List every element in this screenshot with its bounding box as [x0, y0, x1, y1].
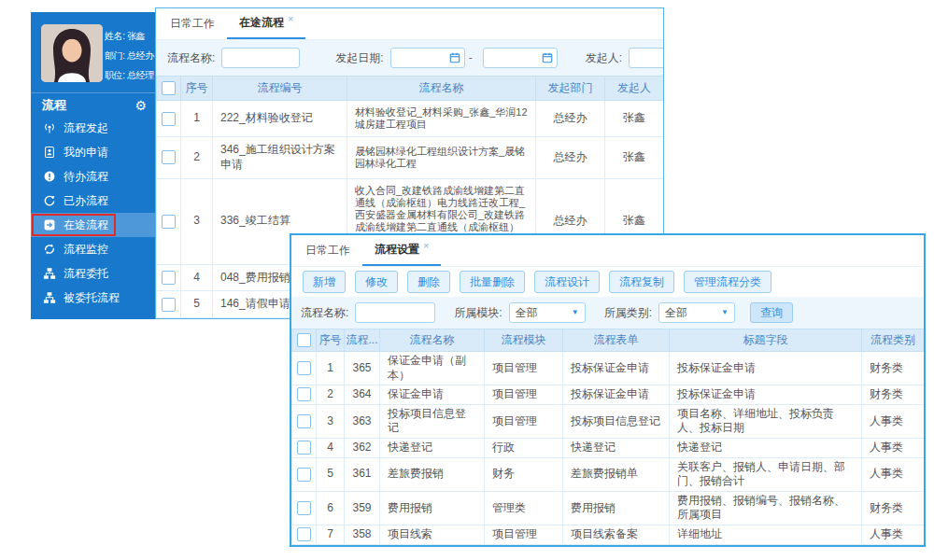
select-all-checkbox[interactable]	[162, 81, 176, 95]
column-header: 流程模块	[485, 329, 563, 352]
toolbar-button[interactable]: 流程设计	[534, 271, 600, 293]
module-label: 所属模块:	[454, 305, 502, 321]
category-select[interactable]: 全部 ▼	[658, 302, 735, 323]
cell-process-name: 项目线索	[380, 525, 485, 544]
sidebar-item[interactable]: 已办流程	[31, 189, 156, 213]
cell-title-fields: 快递登记	[670, 438, 862, 457]
row-checkbox[interactable]	[162, 271, 176, 285]
sidebar-item[interactable]: 流程发起	[31, 116, 156, 140]
gear-icon[interactable]: ⚙	[134, 98, 147, 113]
checkbox-cell	[292, 544, 317, 547]
table-row: 7 358 项目线索 项目管理 项目线索备案 详细地址 人事类	[292, 525, 925, 544]
row-checkbox[interactable]	[297, 468, 311, 482]
cell-module: 管理类	[485, 491, 563, 525]
column-header: 流程编号	[213, 77, 347, 101]
row-checkbox[interactable]	[297, 527, 311, 541]
select-all-checkbox[interactable]	[297, 333, 311, 347]
table-row: 1 365 保证金申请（副本） 项目管理 投标保证金申请 投标保证金申请 财务类	[292, 352, 925, 385]
checkbox-cell	[157, 101, 181, 137]
module-select-value: 全部	[516, 305, 538, 321]
row-checkbox[interactable]	[297, 387, 311, 401]
sidebar-item-icon	[43, 291, 56, 304]
checkbox-cell	[292, 404, 317, 438]
row-checkbox[interactable]	[297, 501, 311, 515]
cell-module: 财务	[485, 544, 563, 547]
tab-close-icon[interactable]: ×	[288, 13, 293, 24]
sidebar-item[interactable]: 我的申请	[31, 140, 156, 164]
calendar-icon[interactable]	[542, 52, 553, 63]
cell-process-name: 晟铭园林绿化工程组织设计方案_晟铭园林绿化工程	[347, 137, 536, 178]
cell-title-fields: 详细地址	[670, 525, 862, 544]
toolbar-button[interactable]: 管理流程分类	[684, 271, 771, 293]
checkbox-cell	[157, 137, 181, 178]
cell-process-code: 365	[345, 352, 380, 385]
sidebar-item[interactable]: 流程委托	[31, 261, 156, 286]
toolbar-button[interactable]: 修改	[355, 271, 398, 293]
cell-no: 3	[317, 404, 345, 438]
module-select[interactable]: 全部 ▼	[509, 302, 586, 323]
sidebar-item[interactable]: 被委托流程	[31, 286, 156, 310]
cell-title-fields: 项目名称、详细地址、投标负责人、投标日期	[670, 404, 862, 438]
calendar-icon[interactable]	[449, 52, 460, 63]
sidebar-item[interactable]: 流程监控	[31, 237, 156, 261]
process-name-input[interactable]	[221, 48, 300, 68]
cell-category: 财务类	[862, 491, 925, 525]
sidebar-item-icon	[43, 243, 56, 256]
cell-process-name: 保证金申请（副本）	[380, 352, 485, 385]
cell-process-code: 222_材料验收登记	[213, 101, 347, 137]
tab[interactable]: 日常工作	[293, 235, 362, 266]
toolbar-button[interactable]: 批量删除	[460, 271, 525, 293]
row-checkbox[interactable]	[297, 361, 311, 375]
column-header: 标题字段	[670, 329, 862, 352]
start-date-label: 发起日期:	[335, 50, 383, 66]
user-profile: 姓名: 张鑫 部门: 总经办 职位: 总经理	[31, 12, 156, 93]
toolbar: 新增修改删除批量删除流程设计流程复制管理流程分类	[291, 267, 924, 297]
cell-process-code: 346_施工组织设计方案申请	[213, 137, 347, 178]
cell-module: 项目管理	[485, 525, 563, 544]
row-checkbox[interactable]	[162, 112, 176, 126]
toolbar-button[interactable]: 新增	[303, 271, 346, 293]
row-checkbox[interactable]	[297, 441, 311, 455]
column-header: 序号	[317, 329, 345, 352]
row-checkbox[interactable]	[162, 150, 176, 164]
cell-module: 项目管理	[485, 385, 563, 405]
cell-form: 费用报销	[563, 491, 670, 525]
process-name-input[interactable]	[355, 302, 435, 323]
tab[interactable]: 流程设置 ×	[362, 235, 441, 266]
process-name-label: 流程名称:	[301, 305, 348, 321]
initiator-input[interactable]	[629, 48, 664, 68]
search-button[interactable]: 查询	[750, 302, 793, 323]
tab-label: 流程设置	[375, 242, 419, 258]
checkbox-cell	[157, 317, 181, 319]
cell-initiator: 张鑫	[605, 101, 664, 137]
row-checkbox[interactable]	[297, 414, 311, 428]
row-checkbox[interactable]	[162, 215, 176, 229]
toolbar-button[interactable]: 流程复制	[609, 271, 674, 293]
sidebar-item[interactable]: 在途流程	[31, 213, 156, 237]
cell-process-code: 362	[345, 438, 380, 457]
column-header: 发起人	[605, 77, 664, 101]
sidebar-item-icon	[43, 121, 56, 134]
checkbox-cell	[292, 438, 317, 457]
header-checkbox-cell	[292, 329, 317, 352]
sidebar-item[interactable]: 待办流程	[31, 164, 156, 189]
sidebar-item-label: 已办流程	[64, 193, 108, 209]
sidebar-item-label: 我的申请	[64, 145, 108, 161]
chevron-down-icon: ▼	[721, 309, 729, 316]
cell-form: 投标项目信息登记	[563, 404, 670, 438]
tab[interactable]: 日常工作	[158, 8, 227, 39]
cell-department: 总经办	[536, 137, 605, 178]
tab[interactable]: 在途流程 ×	[227, 8, 305, 39]
toolbar-button[interactable]: 删除	[407, 271, 450, 293]
tab-label: 日常工作	[170, 16, 215, 32]
cell-process-name: 测试费用报销	[380, 544, 485, 547]
row-checkbox[interactable]	[162, 298, 176, 312]
avatar-portrait	[41, 24, 103, 82]
cell-category: 人事类	[862, 404, 925, 438]
profile-position: 职位: 总经理	[105, 65, 154, 85]
avatar	[41, 24, 103, 82]
tab-close-icon[interactable]: ×	[423, 240, 429, 251]
cell-category: 财务类	[862, 385, 925, 405]
tab-bar: 日常工作 在途流程 ×	[156, 8, 663, 40]
cell-process-name: 保证金申请	[380, 385, 485, 405]
